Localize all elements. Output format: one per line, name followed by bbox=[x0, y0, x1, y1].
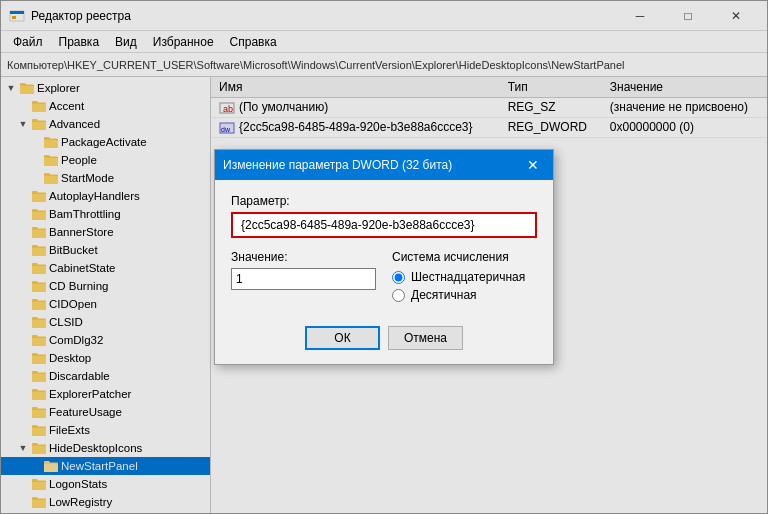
radio-dec-input[interactable] bbox=[392, 289, 405, 302]
dialog-close-button[interactable]: ✕ bbox=[521, 153, 545, 177]
radio-dec-label: Десятичная bbox=[411, 288, 477, 302]
value-input[interactable] bbox=[231, 268, 376, 290]
value-label: Значение: bbox=[231, 250, 376, 264]
radio-hex-label: Шестнадцатеричная bbox=[411, 270, 525, 284]
param-value-box: {2cc5ca98-6485-489a-920e-b3e88a6ccce3} bbox=[231, 212, 537, 238]
dialog-title-text: Изменение параметра DWORD (32 бита) bbox=[223, 158, 452, 172]
value-section: Значение: bbox=[231, 250, 376, 290]
radio-group: Шестнадцатеричная Десятичная bbox=[392, 270, 537, 302]
dialog-footer: ОК Отмена bbox=[215, 316, 553, 364]
radio-hex[interactable]: Шестнадцатеричная bbox=[392, 270, 537, 284]
dialog-row: Значение: Система исчисления Шестнадцате… bbox=[231, 250, 537, 302]
dialog-title-bar: Изменение параметра DWORD (32 бита) ✕ bbox=[215, 150, 553, 180]
radio-dec[interactable]: Десятичная bbox=[392, 288, 537, 302]
cancel-button[interactable]: Отмена bbox=[388, 326, 463, 350]
numbase-section: Система исчисления Шестнадцатеричная Дес… bbox=[392, 250, 537, 302]
dialog-overlay: Изменение параметра DWORD (32 бита) ✕ Па… bbox=[0, 0, 768, 514]
radio-hex-input[interactable] bbox=[392, 271, 405, 284]
ok-button[interactable]: ОК bbox=[305, 326, 380, 350]
param-label: Параметр: bbox=[231, 194, 537, 208]
numbase-label: Система исчисления bbox=[392, 250, 537, 264]
dialog-body: Параметр: {2cc5ca98-6485-489a-920e-b3e88… bbox=[215, 180, 553, 316]
dword-dialog: Изменение параметра DWORD (32 бита) ✕ Па… bbox=[214, 149, 554, 365]
